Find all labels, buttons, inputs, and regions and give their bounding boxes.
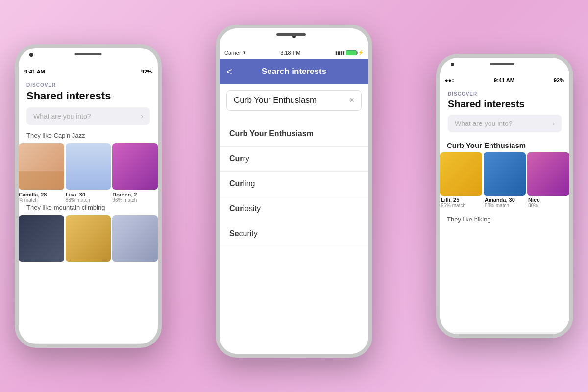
search-header: < Search interests	[220, 59, 368, 84]
result-rest: ling	[243, 179, 255, 188]
phone-center: Carrier ▾ 3:18 PM ▮▮▮▮ ⚡ < Search intere…	[216, 24, 372, 358]
profile-card	[19, 215, 64, 265]
search-header-title: Search interests	[262, 67, 326, 76]
icard-match: 88% match	[485, 203, 525, 208]
battery-icon: ▮▮▮▮	[335, 50, 345, 55]
camera-icon-right	[451, 63, 454, 66]
clear-button[interactable]: ×	[350, 96, 354, 105]
profile-match: 96% match	[112, 197, 158, 203]
section1-label-left: They like Cap'n Jazz	[19, 132, 158, 139]
battery-indicator	[346, 50, 357, 55]
result-rest: curity	[239, 229, 258, 238]
search-input-wrapper: Curb Your Enthusiasm ×	[220, 84, 368, 117]
discover-label-left: DISCOVER	[26, 82, 150, 88]
profile-image	[66, 215, 111, 262]
left-status-bar: 9:41 AM 92%	[19, 48, 158, 76]
search-results-list: Curb Your Enthusiasm Curry Curling Curio…	[220, 117, 368, 251]
profile-match: 88% match	[66, 197, 111, 203]
carrier-label: Carrier	[224, 50, 241, 56]
profile-card: Doreen, 2 96% match	[112, 143, 158, 204]
interest-cards-row: Lilli, 25 96% match Amanda, 30 88% match…	[440, 152, 569, 214]
interest-label-right: Curb Your Enthusiasm	[440, 139, 569, 152]
result-rest: iosity	[243, 204, 261, 213]
search-placeholder-right: What are you into?	[455, 120, 513, 127]
profile-match: % match	[19, 197, 64, 203]
icard-name: Nico	[528, 197, 568, 203]
search-bar-left[interactable]: What are you into? ›	[26, 107, 150, 125]
result-bold: Curb Your Enthusiasm	[229, 129, 314, 138]
icard-info: Lilli, 25 96% match	[440, 196, 482, 210]
profile-card	[66, 215, 111, 265]
section2-label-right: They like hiking	[440, 214, 569, 225]
icard-name: Lilli, 25	[441, 197, 481, 203]
battery-area: ▮▮▮▮ ⚡	[335, 50, 364, 55]
result-bold: Cur	[229, 204, 243, 213]
status-battery-right: 92%	[554, 77, 564, 83]
charging-icon: ⚡	[358, 50, 364, 55]
icard-image-1	[440, 152, 482, 196]
signal-dots: ●●○	[445, 77, 455, 83]
shared-interests-title-right: Shared interests	[448, 98, 562, 110]
result-rest: ry	[243, 154, 249, 163]
profile-card: Camilla, 28 % match	[19, 143, 64, 204]
right-top-bar: ●●○ 9:41 AM 92%	[440, 58, 569, 85]
phone-left: 9:41 AM 92% DISCOVER Shared interests Wh…	[15, 44, 162, 348]
icard-info: Amanda, 30 88% match	[484, 196, 526, 210]
icard: Amanda, 30 88% match	[484, 152, 526, 210]
center-top-bar: Carrier ▾ 3:18 PM ▮▮▮▮ ⚡	[220, 28, 368, 59]
icard-image-2	[484, 152, 526, 196]
result-item[interactable]: Curb Your Enthusiasm	[220, 122, 368, 147]
icard: Nico 80%	[527, 152, 569, 210]
search-input-value: Curb Your Enthusiasm	[234, 96, 317, 105]
center-phone-content: < Search interests Curb Your Enthusiasm …	[220, 59, 368, 355]
icard-image-3	[527, 152, 569, 196]
profile-card: Lisa, 30 88% match	[66, 143, 111, 204]
back-button[interactable]: <	[226, 66, 232, 77]
status-time-left: 9:41 AM	[24, 69, 45, 74]
phone-right: ●●○ 9:41 AM 92% DISCOVER Shared interest…	[436, 54, 573, 338]
status-time-right: 9:41 AM	[494, 77, 514, 83]
profile-name: Camilla, 28	[19, 192, 64, 197]
shared-interests-title-left: Shared interests	[26, 90, 150, 102]
profile-name: Doreen, 2	[112, 192, 158, 197]
profile-image	[19, 215, 64, 262]
result-item[interactable]: Curry	[220, 147, 368, 172]
discover-label-right: DISCOVER	[448, 91, 562, 97]
speaker-icon-right	[490, 63, 514, 65]
profile-row-2	[19, 215, 158, 265]
icard-match: 96% match	[441, 203, 481, 208]
camera-icon	[29, 53, 33, 57]
result-bold: Se	[229, 229, 239, 238]
left-phone-content: DISCOVER Shared interests What are you i…	[19, 76, 158, 343]
right-status-row: ●●○ 9:41 AM 92%	[440, 77, 569, 83]
profile-image	[112, 143, 158, 190]
search-placeholder-left: What are you into?	[33, 112, 91, 120]
carrier-status-bar: Carrier ▾ 3:18 PM ▮▮▮▮ ⚡	[220, 49, 368, 57]
chevron-right-icon-right: ›	[552, 120, 555, 127]
profile-name: Lisa, 30	[66, 192, 111, 197]
right-phone-content: DISCOVER Shared interests What are you i…	[440, 85, 569, 332]
profile-image	[66, 143, 111, 190]
search-bar-right[interactable]: What are you into? ›	[448, 115, 562, 132]
chevron-right-icon: ›	[141, 112, 143, 120]
speaker-icon	[75, 53, 102, 55]
search-input-box[interactable]: Curb Your Enthusiasm ×	[226, 90, 362, 111]
result-item[interactable]: Curling	[220, 172, 368, 196]
result-item[interactable]: Curiosity	[220, 196, 368, 221]
result-item[interactable]: Security	[220, 221, 368, 246]
profile-card	[112, 215, 158, 265]
icard: Lilli, 25 96% match	[440, 152, 482, 210]
result-bold: Cur	[229, 179, 243, 188]
icard-name: Amanda, 30	[485, 197, 525, 203]
result-bold: Cur	[229, 154, 243, 163]
icard-match: 80%	[528, 203, 568, 208]
status-battery-left: 92%	[141, 69, 152, 74]
speaker-icon-center	[276, 33, 306, 36]
wifi-icon: ▾	[243, 49, 246, 56]
section2-label-left: They like mountain climbing	[19, 204, 158, 211]
carrier-info: Carrier ▾	[224, 49, 246, 56]
status-time-center: 3:18 PM	[280, 50, 300, 56]
icard-info: Nico 80%	[527, 196, 569, 210]
profile-image	[19, 143, 64, 190]
profile-row-1: Camilla, 28 % match Lisa, 30 88% match D…	[19, 143, 158, 204]
